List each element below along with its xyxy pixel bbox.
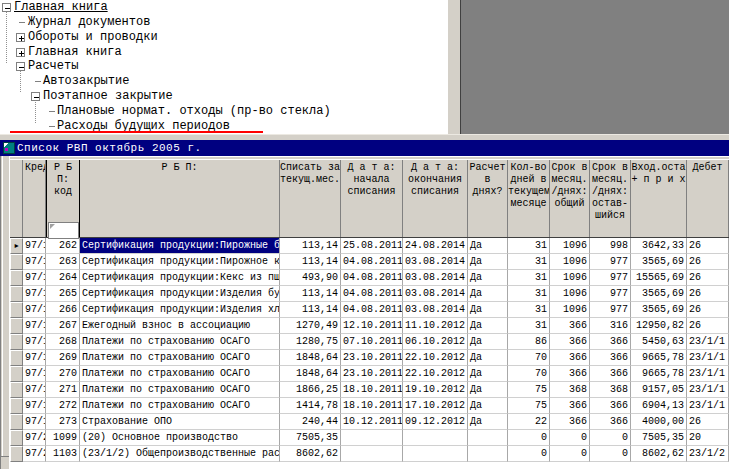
cell-credit[interactable]: 97/1 [23,238,46,254]
cell-credit[interactable]: 97/1 [23,286,46,302]
list-window-titlebar[interactable]: Список РВП октябрь 2005 г. [0,140,729,156]
cell-credit[interactable]: 97/2 [23,446,46,462]
cell-date_end[interactable]: 22.10.2012 [403,366,468,382]
cell-date_start[interactable]: 23.10.2011 [341,350,403,366]
cell-writeoff[interactable]: 1280,75 [280,334,341,350]
row-selector[interactable] [10,366,23,382]
cell-days_in_month[interactable]: 22 [508,414,550,430]
cell-rbp[interactable]: Ежегодный взнос в ассоциацию [80,318,280,334]
cell-days_in_month[interactable]: 70 [508,350,550,366]
cell-rbp[interactable]: Сертификация продукции:Пирожное к [80,254,280,270]
cell-term_total[interactable]: 366 [550,334,590,350]
tree-panel-scrollbar[interactable] [447,0,461,134]
cell-code[interactable]: 1103 [46,446,80,462]
cell-writeoff[interactable]: 1848,64 [280,366,341,382]
row-selector[interactable] [10,302,23,318]
cell-date_end[interactable]: 11.10.2012 [403,318,468,334]
cell-date_end[interactable]: 03.08.2014 [403,270,468,286]
cell-code[interactable]: 264 [46,270,80,286]
expand-plus-icon[interactable] [16,33,25,42]
collapse-minus-icon[interactable] [31,92,40,101]
cell-rbp[interactable]: Платежи по страхованию ОСАГО [80,382,280,398]
cell-calc_days[interactable]: Да [468,334,508,350]
cell-term_total[interactable]: 366 [550,318,590,334]
cell-balance[interactable]: 3565,69 [631,286,687,302]
cell-debit[interactable]: 26 [687,254,729,270]
cell-term_total[interactable]: 1096 [550,238,590,254]
tree-item[interactable]: Поэтапное закрытие [0,89,447,104]
tree-item[interactable]: Автозакрытие [0,74,447,89]
cell-term_total[interactable]: 368 [550,382,590,398]
cell-credit[interactable]: 97/1 [23,366,46,382]
cell-debit[interactable]: 26 [687,318,729,334]
cell-date_start[interactable]: 10.12.2011 [341,414,403,430]
cell-calc_days[interactable]: Да [468,350,508,366]
cell-writeoff[interactable]: 1414,78 [280,398,341,414]
cell-code[interactable]: 273 [46,414,80,430]
row-selector[interactable] [10,334,23,350]
cell-calc_days[interactable]: Да [468,238,508,254]
cell-term_total[interactable]: 366 [550,350,590,366]
cell-term_left[interactable]: 977 [590,254,631,270]
cell-credit[interactable]: 97/1 [23,302,46,318]
cell-rbp[interactable]: Страхование ОПО [80,414,280,430]
cell-code[interactable]: 271 [46,382,80,398]
cell-term_left[interactable]: 977 [590,302,631,318]
table-row[interactable]: 97/1268Платежи по страхованию ОСАГО1280,… [10,334,729,350]
cell-rbp[interactable]: Платежи по страхованию ОСАГО [80,350,280,366]
cell-term_left[interactable]: 977 [590,286,631,302]
cell-date_end[interactable]: 19.10.2012 [403,382,468,398]
cell-term_left[interactable]: 368 [590,382,631,398]
cell-term_left[interactable]: 366 [590,334,631,350]
cell-debit[interactable]: 23/1/1 [687,350,729,366]
cell-days_in_month[interactable]: 31 [508,318,550,334]
cell-date_start[interactable]: 18.10.2011 [341,382,403,398]
cell-date_end[interactable]: 22.10.2012 [403,350,468,366]
cell-balance[interactable]: 7505,35 [631,430,687,446]
cell-calc_days[interactable]: Да [468,270,508,286]
cell-debit[interactable]: 26 [687,270,729,286]
cell-term_left[interactable]: 366 [590,398,631,414]
cell-balance[interactable]: 12950,82 [631,318,687,334]
cell-balance[interactable]: 5450,63 [631,334,687,350]
cell-credit[interactable]: 97/1 [23,318,46,334]
cell-date_start[interactable] [341,430,403,446]
cell-date_start[interactable]: 18.10.2011 [341,398,403,414]
cell-balance[interactable]: 15565,69 [631,270,687,286]
table-row[interactable]: 97/21099(20) Основное производство7505,3… [10,430,729,446]
cell-rbp[interactable]: Платежи по страхованию ОСАГО [80,366,280,382]
cell-date_start[interactable]: 25.08.2011 [341,238,403,254]
cell-days_in_month[interactable]: 75 [508,382,550,398]
cell-debit[interactable]: 23/1/1 [687,398,729,414]
cell-rbp[interactable]: Сертификация продукции:Изделия бу [80,286,280,302]
cell-date_end[interactable] [403,430,468,446]
cell-days_in_month[interactable]: 0 [508,430,550,446]
cell-balance[interactable]: 3565,69 [631,302,687,318]
cell-date_start[interactable] [341,446,403,462]
row-selector[interactable] [10,414,23,430]
cell-term_left[interactable]: 0 [590,446,631,462]
cell-calc_days[interactable]: Да [468,382,508,398]
cell-rbp[interactable]: (23/1/2) Общепроизводственные рас [80,446,280,462]
cell-calc_days[interactable]: Да [468,318,508,334]
cell-date_end[interactable]: 09.12.2012 [403,414,468,430]
cell-credit[interactable]: 97/2 [23,430,46,446]
cell-term_total[interactable]: 0 [550,430,590,446]
table-row[interactable]: ►97/1262Сертификация продукции:Пирожные … [10,238,729,254]
cell-term_total[interactable]: 1096 [550,254,590,270]
cell-credit[interactable]: 97/1 [23,334,46,350]
cell-rbp[interactable]: Сертификация продукции:Пирожные б [80,238,280,254]
table-row[interactable]: 97/21103(23/1/2) Общепроизводственные ра… [10,446,729,462]
row-selector[interactable] [10,270,23,286]
cell-code[interactable]: 262 [46,238,80,254]
cell-balance[interactable]: 6904,13 [631,398,687,414]
cell-term_left[interactable]: 366 [590,350,631,366]
cell-calc_days[interactable]: Да [468,302,508,318]
cell-debit[interactable]: 23/1/1 [687,334,729,350]
cell-credit[interactable]: 97/1 [23,350,46,366]
row-selector[interactable] [10,398,23,414]
cell-writeoff[interactable]: 1866,25 [280,382,341,398]
cell-calc_days[interactable]: Да [468,254,508,270]
collapse-minus-icon[interactable] [16,62,25,71]
cell-debit[interactable]: 23/1/2 [687,446,729,462]
